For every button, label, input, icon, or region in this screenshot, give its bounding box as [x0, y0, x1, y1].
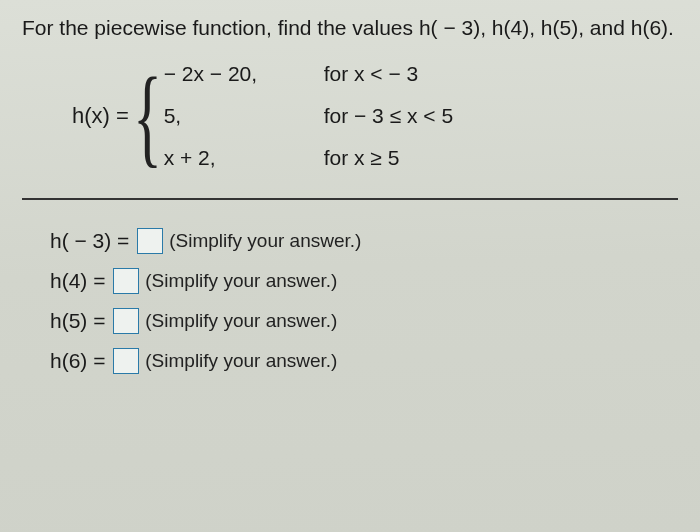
piecewise-cases: − 2x − 20, for x < − 3 5, for − 3 ≤ x < … [164, 62, 453, 170]
answer-row: h(5) = (Simplify your answer.) [50, 308, 678, 334]
case-expr: 5, [164, 104, 314, 128]
case-cond: for − 3 ≤ x < 5 [324, 104, 453, 128]
case-expr: x + 2, [164, 146, 314, 170]
answer-hint: (Simplify your answer.) [145, 310, 337, 332]
function-lhs: h(x) = [72, 103, 129, 129]
answer-lhs: h(4) = [50, 269, 111, 293]
case-expr: − 2x − 20, [164, 62, 314, 86]
worksheet-page: For the piecewise function, find the val… [0, 0, 700, 532]
case-cond: for x ≥ 5 [324, 146, 453, 170]
answer-lhs: h( − 3) = [50, 229, 135, 253]
answer-row: h( − 3) = (Simplify your answer.) [50, 228, 678, 254]
divider [22, 198, 678, 200]
answer-input[interactable] [113, 348, 139, 374]
answer-row: h(6) = (Simplify your answer.) [50, 348, 678, 374]
answer-hint: (Simplify your answer.) [169, 230, 361, 252]
left-brace-icon: { [133, 67, 162, 166]
question-prompt: For the piecewise function, find the val… [22, 14, 678, 42]
answer-input[interactable] [113, 268, 139, 294]
answer-hint: (Simplify your answer.) [145, 350, 337, 372]
answer-hint: (Simplify your answer.) [145, 270, 337, 292]
answer-lhs: h(5) = [50, 309, 111, 333]
answers-block: h( − 3) = (Simplify your answer.) h(4) =… [50, 228, 678, 374]
answer-lhs: h(6) = [50, 349, 111, 373]
piecewise-definition: h(x) = { − 2x − 20, for x < − 3 5, for −… [72, 62, 678, 170]
answer-row: h(4) = (Simplify your answer.) [50, 268, 678, 294]
answer-input[interactable] [137, 228, 163, 254]
answer-input[interactable] [113, 308, 139, 334]
case-cond: for x < − 3 [324, 62, 453, 86]
